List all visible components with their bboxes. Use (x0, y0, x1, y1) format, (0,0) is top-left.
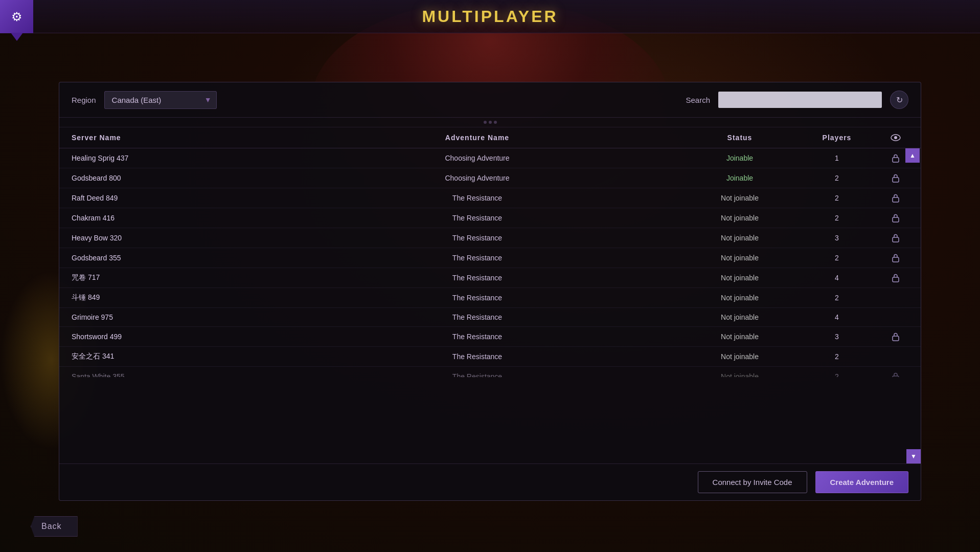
lock-icon (883, 173, 908, 183)
back-button-inner: Back (31, 516, 78, 537)
connect-invite-button[interactable]: Connect by Invite Code (698, 471, 807, 493)
cell-status: Not joinable (689, 214, 791, 222)
svg-rect-8 (893, 277, 899, 282)
table-row[interactable]: 斗锤 849 The Resistance Not joinable 2 (59, 288, 921, 308)
search-input[interactable] (718, 92, 882, 108)
table-row[interactable]: Godsbeard 800 Choosing Adventure Joinabl… (59, 168, 921, 188)
filter-bar: Region Canada (East)US EastUS WestEurope… (59, 82, 921, 118)
cell-server-name: Heavy Bow 320 (72, 234, 266, 242)
table-row[interactable]: Shortsword 499 The Resistance Not joinab… (59, 327, 921, 347)
lock-icon (883, 153, 908, 163)
main-panel: Region Canada (East)US EastUS WestEurope… (59, 82, 921, 501)
create-adventure-button[interactable]: Create Adventure (815, 471, 908, 493)
lock-icon (883, 193, 908, 203)
col-server-name: Server Name (72, 134, 266, 142)
cell-players: 2 (791, 214, 883, 222)
cell-players: 2 (791, 194, 883, 202)
table-row[interactable]: Grimoire 975 The Resistance Not joinable… (59, 308, 921, 327)
lock-icon (883, 213, 908, 223)
cell-adventure-name: The Resistance (266, 352, 689, 361)
region-dropdown[interactable]: Canada (East)US EastUS WestEuropeAsia (104, 91, 217, 109)
cell-server-name: Shortsword 499 (72, 333, 266, 341)
cell-players: 2 (791, 352, 883, 361)
page-title: MULTIPLAYER (422, 7, 558, 26)
eye-icon (883, 134, 908, 142)
table-row-partial: Santa White 355 The Resistance Not joina… (59, 367, 921, 377)
cell-server-name: 咒卷 717 (72, 273, 266, 282)
cell-adventure-name: Choosing Adventure (266, 154, 689, 162)
col-status: Status (689, 134, 791, 142)
cell-status: Not joinable (689, 372, 791, 377)
table-header: Server Name Adventure Name Status Player… (59, 127, 921, 148)
top-bar: MULTIPLAYER (0, 0, 980, 33)
settings-button[interactable]: ⚙ (0, 0, 33, 33)
cell-status: Not joinable (689, 294, 791, 302)
lock-icon (883, 372, 908, 377)
region-label: Region (72, 96, 96, 104)
cell-adventure-name: The Resistance (266, 313, 689, 321)
svg-point-1 (894, 136, 897, 139)
divider-dots (484, 121, 497, 124)
cell-server-name: Godsbeard 800 (72, 174, 266, 182)
table-row[interactable]: Chakram 416 The Resistance Not joinable … (59, 208, 921, 228)
table-row[interactable]: 安全之石 341 The Resistance Not joinable 2 (59, 347, 921, 367)
lock-icon (883, 253, 908, 262)
lock-icon (883, 233, 908, 242)
col-adventure-name: Adventure Name (266, 134, 689, 142)
cell-status: Joinable (689, 174, 791, 182)
cell-status: Not joinable (689, 274, 791, 282)
cell-status: Joinable (689, 154, 791, 162)
cell-status: Not joinable (689, 333, 791, 341)
cell-server-name: 斗锤 849 (72, 293, 266, 302)
cell-adventure-name: The Resistance (266, 234, 689, 242)
svg-rect-2 (893, 158, 899, 162)
cell-adventure-name: The Resistance (266, 294, 689, 302)
back-button[interactable]: Back (31, 516, 78, 537)
cell-server-name: Godsbeard 355 (72, 254, 266, 262)
cell-server-name: Raft Deed 849 (72, 194, 266, 202)
cell-players: 2 (791, 254, 883, 262)
svg-rect-5 (893, 217, 899, 222)
chevron-down-icon: ▼ (910, 453, 917, 460)
bottom-bar: Connect by Invite Code Create Adventure (59, 463, 921, 500)
divider-dot (494, 121, 497, 124)
refresh-button[interactable]: ↻ (890, 91, 908, 109)
divider-dot (489, 121, 492, 124)
table-row[interactable]: Raft Deed 849 The Resistance Not joinabl… (59, 188, 921, 208)
cell-server-name: Chakram 416 (72, 214, 266, 222)
svg-rect-9 (893, 336, 899, 341)
cell-status: Not joinable (689, 234, 791, 242)
scroll-up-button[interactable]: ▲ (905, 148, 920, 163)
table-row[interactable]: Heavy Bow 320 The Resistance Not joinabl… (59, 228, 921, 248)
svg-rect-4 (893, 197, 899, 202)
table-row[interactable]: Healing Sprig 437 Choosing Adventure Joi… (59, 148, 921, 168)
table-body: Healing Sprig 437 Choosing Adventure Joi… (59, 148, 921, 463)
table-row[interactable]: 咒卷 717 The Resistance Not joinable 4 (59, 268, 921, 288)
col-players: Players (791, 134, 883, 142)
chevron-up-icon: ▲ (909, 152, 916, 159)
cell-players: 1 (791, 154, 883, 162)
cell-adventure-name: Choosing Adventure (266, 174, 689, 182)
divider (59, 118, 921, 127)
svg-rect-7 (893, 257, 899, 262)
divider-dot (484, 121, 487, 124)
svg-rect-6 (893, 237, 899, 242)
region-select-wrapper: Canada (East)US EastUS WestEuropeAsia ▼ (104, 91, 217, 109)
cell-status: Not joinable (689, 194, 791, 202)
cell-players: 4 (791, 313, 883, 321)
cell-status: Not joinable (689, 313, 791, 321)
cell-status: Not joinable (689, 254, 791, 262)
cell-server-name: Santa White 355 (72, 372, 266, 377)
cell-server-name: 安全之石 341 (72, 352, 266, 361)
cell-adventure-name: The Resistance (266, 333, 689, 341)
svg-rect-10 (893, 376, 899, 377)
lock-icon (883, 273, 908, 282)
table-row[interactable]: Godsbeard 355 The Resistance Not joinabl… (59, 248, 921, 268)
cell-adventure-name: The Resistance (266, 372, 689, 377)
svg-rect-3 (893, 178, 899, 182)
scroll-down-button[interactable]: ▼ (906, 449, 921, 463)
cell-players: 3 (791, 234, 883, 242)
cell-players: 2 (791, 174, 883, 182)
cell-adventure-name: The Resistance (266, 254, 689, 262)
cell-status: Not joinable (689, 352, 791, 361)
